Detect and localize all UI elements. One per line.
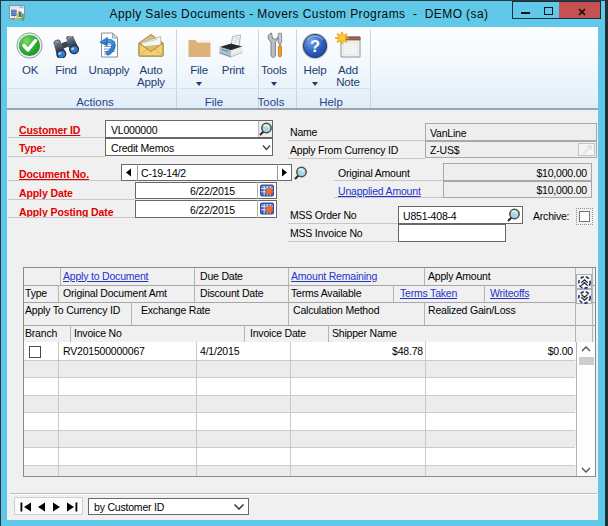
svg-text:?: ? xyxy=(310,37,320,55)
